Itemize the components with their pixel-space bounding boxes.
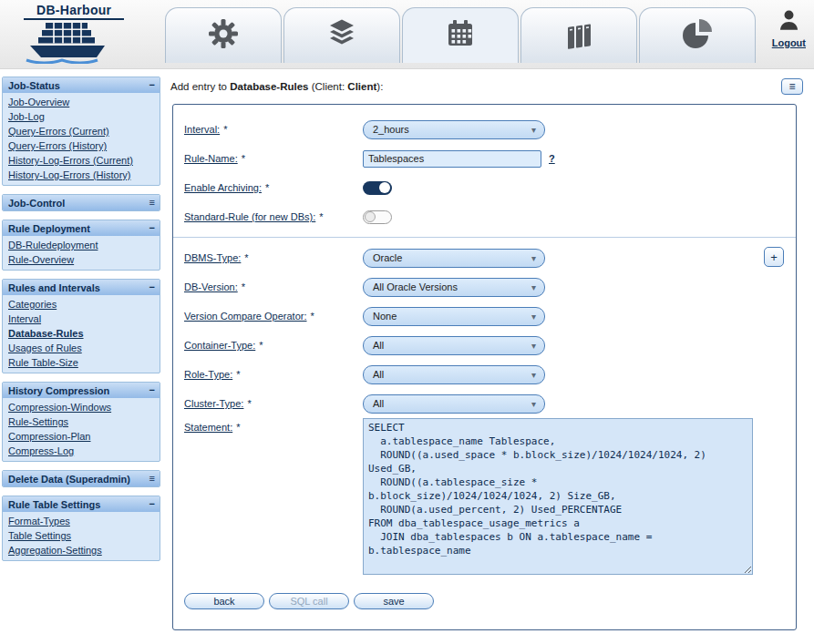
sql-call-button[interactable]: SQL call [269, 593, 349, 609]
interval-select[interactable]: 2_hours▾ [363, 120, 545, 139]
required-marker: * [242, 281, 245, 292]
sidebar-item[interactable]: Compression-Windows [3, 400, 160, 414]
tab-servers[interactable] [520, 7, 637, 63]
version-compare-operator-label: Version Compare Operator:* [184, 311, 363, 322]
standard-rule-toggle[interactable] [363, 210, 392, 224]
field-label-text: DB-Version: [184, 281, 238, 292]
sidebar-item[interactable]: Rule-Overview [3, 252, 160, 267]
chevron-down-icon: ▾ [531, 370, 536, 380]
save-button[interactable]: save [354, 593, 434, 609]
main-layout: Job-Status−Job-OverviewJob-LogQuery-Erro… [0, 69, 814, 643]
db-version-select[interactable]: All Oracle Versions▾ [363, 278, 545, 297]
field-label-text: DBMS-Type: [184, 252, 241, 263]
select-value: All [373, 398, 384, 409]
menu-icon[interactable]: ≡ [149, 474, 155, 484]
sidebar-item[interactable]: Rule Table-Size [3, 355, 160, 370]
minus-icon[interactable]: − [149, 282, 155, 292]
sidebar-section-title: Job-Control [8, 198, 65, 209]
gear-icon [205, 15, 242, 56]
statement-control: SELECT a.tablespace_name Tablespace, ROU… [363, 418, 753, 575]
version-compare-operator-select[interactable]: None▾ [363, 307, 545, 326]
container-type-select[interactable]: All▾ [363, 336, 545, 355]
cluster-type-control: All▾ [363, 394, 545, 414]
logout-link[interactable]: Logout [772, 37, 806, 48]
page-title-segment: Database-Rules [230, 81, 308, 92]
chevron-down-icon: ▾ [531, 125, 536, 135]
required-marker: * [247, 398, 251, 409]
sidebar-section-header[interactable]: Rule Deployment− [3, 220, 160, 236]
sidebar-section-title: Rule Table Settings [8, 499, 100, 510]
menu-icon[interactable]: ≡ [149, 198, 155, 208]
sidebar-section-title: Rule Deployment [8, 223, 90, 234]
add-dbms-type-button[interactable]: + [764, 247, 784, 267]
sidebar-item[interactable]: Compression-Plan [3, 429, 160, 444]
sidebar-item[interactable]: Table Settings [3, 528, 160, 543]
tab-calendar[interactable] [402, 7, 519, 63]
sidebar-item[interactable]: History-Log-Errors (History) [3, 168, 160, 182]
sidebar-section: Rule Deployment−DB-RuledeploymentRule-Ov… [2, 220, 160, 271]
minus-icon[interactable]: − [149, 80, 155, 90]
tab-layers[interactable] [283, 7, 400, 63]
sidebar-item[interactable]: Query-Errors (History) [3, 138, 160, 153]
sidebar-section-header[interactable]: History Compression− [3, 383, 160, 398]
sidebar-section-header[interactable]: Job-Control≡ [3, 195, 160, 210]
required-marker: * [236, 422, 240, 433]
sidebar-item[interactable]: Database-Rules [3, 326, 160, 341]
sidebar-section-items: CategoriesIntervalDatabase-RulesUsages o… [3, 295, 160, 373]
standard-rule-control [363, 210, 392, 224]
rule-name-input[interactable] [363, 150, 541, 168]
sidebar-section-title: History Compression [8, 385, 109, 396]
sidebar-item[interactable]: Query-Errors (Current) [3, 124, 160, 138]
sidebar-item[interactable]: Usages of Rules [3, 341, 160, 355]
back-button[interactable]: back [184, 593, 264, 609]
sidebar-item[interactable]: Aggregation-Settings [3, 543, 160, 557]
role-type-select[interactable]: All▾ [363, 365, 545, 384]
form-row-rule-name: Rule-Name:*? [184, 144, 796, 173]
sidebar-section-header[interactable]: Delete Data (Superadmin)≡ [3, 471, 160, 486]
sidebar-item[interactable]: DB-Ruledeployment [3, 238, 160, 252]
sidebar-item[interactable]: Compress-Log [3, 444, 160, 458]
statement-textarea[interactable]: SELECT a.tablespace_name Tablespace, ROU… [363, 418, 753, 575]
sidebar-section: Rules and Intervals−CategoriesIntervalDa… [2, 279, 160, 373]
sidebar-section-header[interactable]: Job-Status− [3, 77, 160, 93]
page-title-segment: Add entry to [170, 81, 230, 92]
panel-menu-button[interactable]: ≡ [781, 78, 803, 95]
form-row-container-type: Container-Type:*All▾ [184, 331, 796, 360]
form-row-version-compare-operator: Version Compare Operator:*None▾ [184, 302, 796, 331]
toggle-knob [379, 182, 390, 193]
sidebar-section-header[interactable]: Rule Table Settings− [3, 496, 160, 512]
field-label-text: Version Compare Operator: [184, 311, 307, 322]
interval-label: Interval:* [184, 124, 363, 135]
minus-icon[interactable]: − [149, 499, 155, 509]
sidebar-item[interactable]: History-Log-Errors (Current) [3, 153, 160, 168]
minus-icon[interactable]: − [149, 385, 155, 395]
sidebar-item[interactable]: Job-Overview [3, 95, 160, 109]
logout-control[interactable]: Logout [772, 8, 806, 48]
enable-archiving-toggle[interactable] [363, 181, 392, 195]
tab-pie-chart[interactable] [639, 7, 756, 63]
help-link[interactable]: ? [549, 153, 555, 164]
cluster-type-select[interactable]: All▾ [363, 394, 545, 414]
enable-archiving-label: Enable Archiving:* [184, 182, 363, 193]
calendar-icon [442, 15, 479, 56]
form-row-cluster-type: Cluster-Type:*All▾ [184, 389, 796, 418]
sidebar-section-header[interactable]: Rules and Intervals− [3, 280, 160, 295]
sidebar-item[interactable]: Interval [3, 312, 160, 326]
select-value: All [373, 369, 384, 380]
chevron-down-icon: ▾ [531, 312, 536, 322]
sidebar-item[interactable]: Format-Types [3, 514, 160, 528]
field-label-text: Standard-Rule (for new DBs): [184, 211, 315, 222]
form-row-statement: Statement:*SELECT a.tablespace_name Tabl… [184, 418, 796, 575]
page-title-segment: ): [376, 81, 383, 92]
sidebar-item[interactable]: Job-Log [3, 109, 160, 124]
tab-gear[interactable] [165, 7, 282, 63]
sidebar-item[interactable]: Categories [3, 297, 160, 312]
required-marker: * [319, 211, 323, 222]
sidebar-section: Job-Control≡ [2, 194, 160, 211]
sidebar-item[interactable]: Rule-Settings [3, 414, 160, 429]
chevron-down-icon: ▾ [531, 282, 536, 292]
sidebar: Job-Status−Job-OverviewJob-LogQuery-Erro… [0, 69, 163, 643]
dbms-type-select[interactable]: Oracle▾ [363, 249, 545, 268]
hamburger-icon: ≡ [788, 80, 795, 93]
minus-icon[interactable]: − [149, 223, 155, 233]
